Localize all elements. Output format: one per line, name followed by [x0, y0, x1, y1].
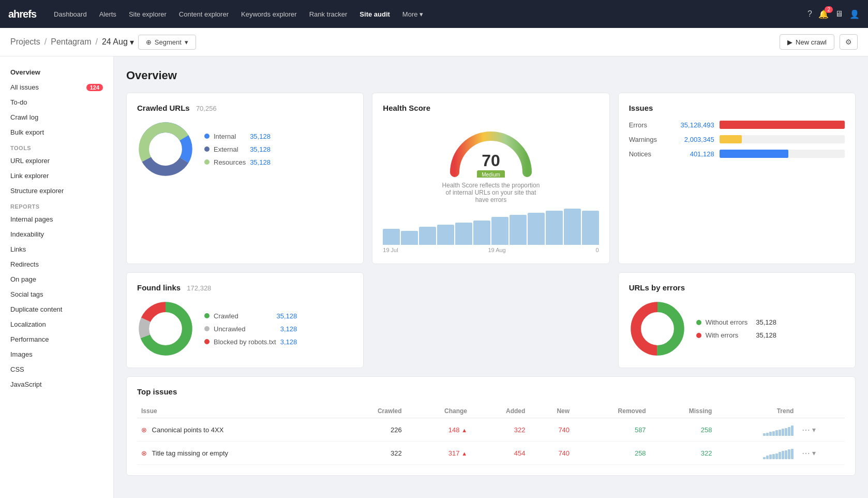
sidebar-item-all-issues[interactable]: All issues 124 — [0, 80, 113, 95]
nav-rank-tracker[interactable]: Rank tracker — [304, 7, 353, 21]
more-options-button[interactable]: ⋯ — [802, 425, 810, 435]
sidebar-item-structure-explorer[interactable]: Structure explorer — [0, 183, 113, 198]
health-score-title: Health Score — [383, 104, 430, 112]
issues-title: Issues — [629, 104, 845, 112]
health-bar — [546, 211, 563, 245]
trend-bar — [779, 452, 781, 459]
issue-name: ⊗ Canonical points to 4XX — [137, 418, 338, 442]
nav-site-audit[interactable]: Site audit — [354, 7, 395, 21]
breadcrumb: Projects / Pentagram / 24 Aug ▾ ⊕ Segmen… — [10, 35, 196, 50]
top-nav: ahrefs Dashboard Alerts Site explorer Co… — [0, 0, 868, 28]
sidebar-item-duplicate-content[interactable]: Duplicate content — [0, 302, 113, 317]
issues-errors-row: Errors 35,128,493 — [629, 121, 845, 129]
issue-new: 740 — [529, 418, 574, 442]
segment-icon: ⊕ — [146, 38, 152, 46]
sidebar-item-bulk-export[interactable]: Bulk export — [0, 125, 113, 140]
user-icon[interactable]: 👤 — [849, 9, 860, 19]
sidebar-item-indexability[interactable]: Indexability — [0, 227, 113, 242]
sidebar-item-redirects[interactable]: Redirects — [0, 257, 113, 272]
sidebar-section-tools: TOOLS — [0, 140, 113, 153]
issues-notices-row: Notices 401,128 — [629, 150, 845, 158]
nav-dashboard[interactable]: Dashboard — [49, 7, 92, 21]
urls-by-errors-title: URLs by errors — [629, 283, 845, 292]
nav-site-explorer[interactable]: Site explorer — [124, 7, 172, 21]
more-options-button[interactable]: ⋯ — [802, 448, 810, 458]
legend-dot-internal — [204, 134, 209, 139]
issue-name: ⊗ Title tag missing or empty — [137, 442, 338, 465]
legend-dot-blocked — [204, 339, 209, 344]
sidebar-item-on-page[interactable]: On page — [0, 272, 113, 287]
top-issues-title: Top issues — [137, 387, 845, 396]
new-crawl-button[interactable]: ▶ New crawl — [780, 34, 834, 50]
settings-button[interactable]: ⚙ — [840, 34, 858, 50]
legend-dot-crawled — [204, 313, 209, 318]
health-score-card: Health Score — [372, 93, 609, 264]
error-icon: ⊗ — [141, 426, 147, 434]
chevron-down-icon: ▾ — [130, 37, 134, 47]
col-added: Added — [471, 404, 529, 418]
breadcrumb-date[interactable]: 24 Aug ▾ — [102, 37, 134, 47]
sidebar-item-social-tags[interactable]: Social tags — [0, 287, 113, 302]
sidebar-item-javascript[interactable]: JavaScript — [0, 377, 113, 392]
sidebar-item-links[interactable]: Links — [0, 242, 113, 257]
breadcrumb-bar: Projects / Pentagram / 24 Aug ▾ ⊕ Segmen… — [0, 28, 868, 56]
sidebar-item-todo[interactable]: To-do — [0, 95, 113, 110]
issue-change: 148 ▲ — [406, 418, 471, 442]
legend-crawled: Crawled 35,128 — [204, 312, 297, 320]
sidebar-item-crawl-log[interactable]: Crawl log — [0, 110, 113, 125]
errors-bar-wrap — [720, 121, 845, 129]
nav-alerts[interactable]: Alerts — [94, 7, 122, 21]
breadcrumb-project[interactable]: Pentagram — [51, 37, 91, 47]
legend-internal: Internal 35,128 — [204, 133, 271, 140]
trend-bar — [769, 455, 772, 459]
warnings-bar-wrap — [720, 135, 845, 143]
nav-keywords-explorer[interactable]: Keywords explorer — [236, 7, 302, 21]
sidebar: Overview All issues 124 To-do Crawl log … — [0, 56, 114, 498]
health-bar — [528, 213, 545, 245]
help-icon[interactable]: ? — [807, 9, 812, 19]
trend-bar — [769, 432, 772, 436]
urls-by-errors-donut — [629, 300, 686, 357]
issues-card: Issues Errors 35,128,493 Warnings 2,003,… — [618, 93, 856, 264]
trend-bar — [788, 427, 790, 436]
svg-point-16 — [641, 313, 674, 345]
nav-content-explorer[interactable]: Content explorer — [174, 7, 234, 21]
health-bar — [437, 225, 454, 245]
health-score-chart: 19 Jul 19 Aug 0 — [383, 209, 598, 253]
breadcrumb-sep-2: / — [96, 37, 98, 47]
issue-removed: 587 — [574, 418, 650, 442]
sidebar-item-url-explorer[interactable]: URL explorer — [0, 153, 113, 168]
notifications-icon[interactable]: 🔔 2 — [818, 9, 829, 19]
sidebar-item-link-explorer[interactable]: Link explorer — [0, 168, 113, 183]
table-row: ⊗ Title tag missing or empty 322 317 ▲ 4… — [137, 442, 845, 465]
legend-dot-uncrawled — [204, 326, 209, 331]
sidebar-item-css[interactable]: CSS — [0, 362, 113, 377]
health-bar — [473, 221, 490, 245]
expand-button[interactable]: ▾ — [812, 449, 816, 457]
issue-crawled: 322 — [338, 442, 406, 465]
trend-bar — [785, 450, 787, 459]
sidebar-item-performance[interactable]: Performance — [0, 332, 113, 347]
sidebar-item-localization[interactable]: Localization — [0, 317, 113, 332]
trend-bar — [779, 430, 781, 436]
segment-button[interactable]: ⊕ Segment ▾ — [138, 35, 196, 50]
warnings-bar — [720, 135, 742, 143]
logo[interactable]: ahrefs — [8, 8, 36, 20]
sidebar-item-images[interactable]: Images — [0, 347, 113, 362]
sidebar-item-internal-pages[interactable]: Internal pages — [0, 212, 113, 227]
expand-button[interactable]: ▾ — [812, 426, 816, 434]
legend-dot-resources — [204, 159, 209, 165]
health-bar — [510, 215, 527, 245]
trend-bar — [785, 428, 787, 436]
table-row: ⊗ Canonical points to 4XX 226 148 ▲ 322 … — [137, 418, 845, 442]
health-bar — [582, 211, 599, 245]
health-bar — [564, 209, 581, 245]
notification-badge: 2 — [825, 6, 833, 13]
nav-more[interactable]: More ▾ — [397, 7, 429, 21]
crawled-urls-title: Crawled URLs 70,256 — [137, 104, 353, 112]
issue-missing: 258 — [650, 418, 716, 442]
breadcrumb-projects[interactable]: Projects — [10, 37, 40, 47]
screen-icon[interactable]: 🖥 — [835, 9, 843, 19]
chevron-down-icon: ▾ — [420, 10, 423, 18]
sidebar-item-overview[interactable]: Overview — [0, 65, 113, 80]
